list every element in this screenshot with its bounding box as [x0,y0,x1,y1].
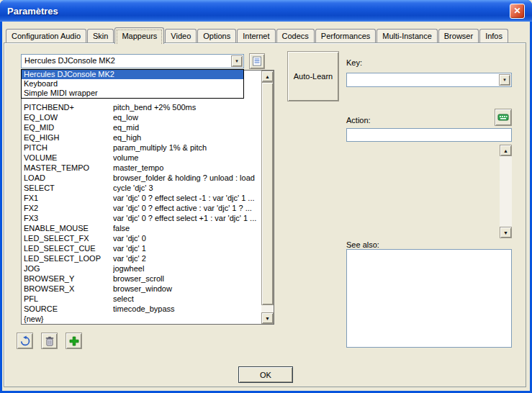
mapping-row[interactable]: PFLselect [24,294,261,304]
close-button[interactable]: ✕ [510,4,525,19]
close-icon: ✕ [513,6,520,16]
dropdown-option[interactable]: Simple MIDI wrapper [22,89,243,98]
mapping-row[interactable]: VOLUMEvolume [24,153,261,163]
edit-list-icon [252,56,262,66]
mapping-action: browser_scroll [113,274,261,284]
device-dropdown-popup: Hercules DJConsole MK2 Keyboard Simple M… [21,69,244,99]
tab-skin[interactable]: Skin [87,29,114,42]
mapping-action: eq_mid [113,122,261,132]
mapping-action: volume [113,153,261,163]
mapping-rows: PITCHBEND+pitch_bend +2% 500ms EQ_LOWeq_… [22,71,261,324]
action-description-scrollbar[interactable]: ▲ ▼ [500,145,512,238]
mapping-key: VOLUME [24,153,113,163]
device-combobox-value: Hercules DJConsole MK2 [22,55,230,68]
mapping-key: ENABLE_MOUSE [24,223,113,233]
scroll-down-icon: ▼ [503,230,508,235]
mapping-row[interactable]: EQ_MIDeq_mid [24,122,261,132]
scroll-up-icon: ▲ [265,74,270,79]
mapping-action: cycle 'djc' 3 [113,183,261,193]
mapping-action: var 'djc' 0 ? effect select -1 : var 'dj… [113,193,261,203]
mapping-row[interactable]: LED_SELECT_FXvar 'djc' 0 [24,233,261,243]
scroll-up-button[interactable]: ▲ [261,71,274,82]
mapping-action: var 'djc' 1 [113,243,261,253]
mapping-action [113,314,261,324]
mapping-row[interactable]: BROWSER_Xbrowser_window [24,284,261,294]
scroll-down-button[interactable]: ▼ [261,312,274,324]
mapping-row[interactable]: FX3var 'djc' 0 ? effect select +1 : var … [24,213,261,223]
key-combobox-arrow-button[interactable]: ▼ [499,74,510,86]
mapping-row[interactable]: PITCHparam_multiply 1% & pitch [24,143,261,153]
scroll-down-button[interactable]: ▼ [500,227,512,238]
delete-mapping-button[interactable] [41,333,58,349]
see-also-listbox[interactable] [346,249,512,348]
dropdown-arrow-icon: ▼ [235,59,239,63]
mapping-row[interactable]: MASTER_TEMPOmaster_tempo [24,163,261,173]
mapping-action: pitch_bend +2% 500ms [113,102,261,112]
mapping-row[interactable]: SELECTcycle 'djc' 3 [24,183,261,193]
key-combobox[interactable]: ▼ [346,73,512,87]
scroll-thumb[interactable] [261,82,274,305]
reset-mapping-button[interactable] [17,333,33,349]
mapping-action: browser_folder & holding ? unload : load [113,173,261,183]
mapping-row[interactable]: FX2var 'djc' 0 ? effect active : var 'dj… [24,203,261,213]
key-combobox-value [347,73,498,86]
add-mapping-button[interactable] [66,333,82,349]
mapping-action: param_multiply 1% & pitch [113,143,261,153]
mapping-key: LED_SELECT_CUE [24,243,113,253]
see-also-label: See also: [346,240,379,249]
mapping-list[interactable]: PITCHBEND+pitch_bend +2% 500ms EQ_LOWeq_… [21,70,274,325]
scroll-up-button[interactable]: ▲ [500,145,512,156]
tab-browser[interactable]: Browser [438,29,479,42]
mapping-action: timecode_bypass [113,304,261,314]
mapping-key: JOG [24,263,113,274]
mapping-key: EQ_MID [24,122,113,132]
titlebar[interactable]: Paramètres ✕ [0,0,532,22]
device-combobox-arrow-button[interactable]: ▼ [231,55,243,67]
settings-window: Paramètres ✕ Configuration Audio Skin Ma… [0,0,532,393]
tab-codecs[interactable]: Codecs [276,29,315,42]
mapping-key: SELECT [24,183,113,193]
mapping-row[interactable]: BROWSER_Ybrowser_scroll [24,274,261,284]
mapping-key: SOURCE [24,304,113,314]
tab-mappeurs[interactable]: Mappeurs [114,27,164,44]
dropdown-option[interactable]: Keyboard [22,79,243,89]
mapping-key: EQ_LOW [24,112,113,122]
mapping-row[interactable]: ENABLE_MOUSEfalse [24,223,261,233]
action-input[interactable] [346,128,512,142]
mapping-key: PITCH [24,143,113,153]
mapping-row[interactable]: LED_SELECT_CUEvar 'djc' 1 [24,243,261,253]
mapping-row[interactable]: EQ_LOWeq_low [24,112,261,122]
mapping-row[interactable]: EQ_HIGHeq_high [24,132,261,143]
mapping-key: PFL [24,294,113,304]
mapping-action: browser_window [113,284,261,294]
tab-multi-instance[interactable]: Multi-Instance [377,29,437,42]
mapping-row[interactable]: SOURCEtimecode_bypass [24,304,261,314]
dropdown-option[interactable]: Hercules DJConsole MK2 [22,70,243,79]
edit-mapper-button[interactable] [249,53,265,69]
mapping-action: master_tempo [113,163,261,173]
list-scrollbar[interactable]: ▲ ▼ [261,71,274,324]
reset-icon [19,335,31,347]
mapping-row[interactable]: LED_SELECT_LOOPvar 'djc' 2 [24,253,261,263]
tab-configuration-audio[interactable]: Configuration Audio [6,29,86,42]
mapping-row[interactable]: PITCHBEND+pitch_bend +2% 500ms [24,102,261,112]
mapping-key: {new} [24,314,113,324]
mapping-row[interactable]: JOGjogwheel [24,263,261,274]
mapping-row[interactable]: LOADbrowser_folder & holding ? unload : … [24,173,261,183]
tab-performances[interactable]: Performances [315,29,376,42]
mapping-row[interactable]: {new} [24,314,261,324]
tab-internet[interactable]: Internet [237,29,275,42]
auto-learn-button[interactable]: Auto-Learn [287,51,339,101]
tab-bar: Configuration Audio Skin Mappeurs Video … [6,27,509,44]
ok-button[interactable]: OK [238,366,293,383]
mapping-action: var 'djc' 0 ? effect active : var 'djc' … [113,203,261,213]
mapping-action: eq_high [113,132,261,143]
tab-options[interactable]: Options [197,29,236,42]
tab-infos[interactable]: Infos [479,29,508,42]
mapping-action: var 'djc' 0 [113,233,261,243]
mapping-row[interactable]: FX1var 'djc' 0 ? effect select -1 : var … [24,193,261,203]
tab-video[interactable]: Video [165,29,197,42]
window-title: Paramètres [7,6,510,17]
device-combobox[interactable]: Hercules DJConsole MK2 ▼ [21,54,244,68]
keyboard-learn-button[interactable] [495,109,512,126]
